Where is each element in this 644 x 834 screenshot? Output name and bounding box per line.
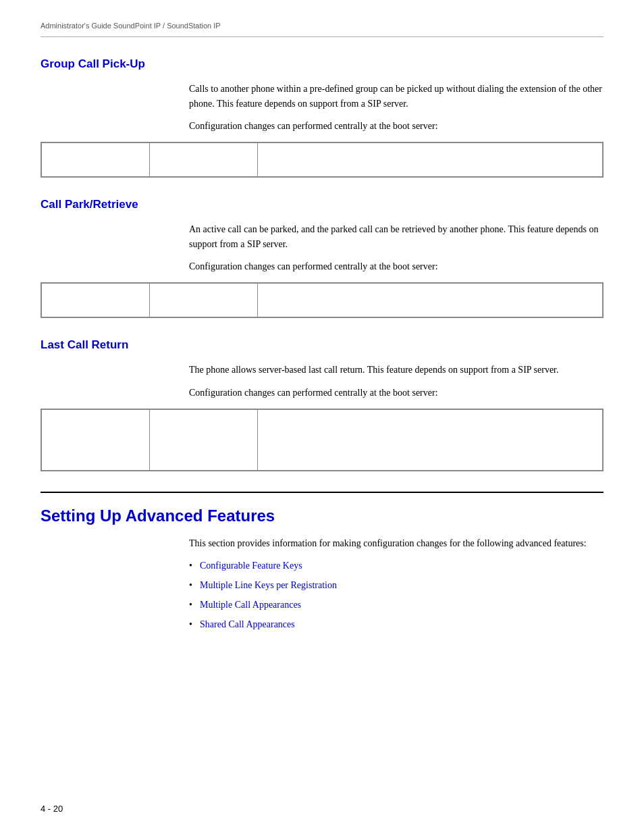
last-call-return-section: Last Call Return The phone allows server… xyxy=(41,338,603,471)
table-cell xyxy=(150,409,258,470)
advanced-features-desc: This section provides information for ma… xyxy=(189,536,603,551)
list-item: Multiple Call Appearances xyxy=(189,598,603,612)
list-item: Configurable Feature Keys xyxy=(189,558,603,573)
group-call-pickup-section: Group Call Pick-Up Calls to another phon… xyxy=(41,57,603,178)
list-item: Shared Call Appearances xyxy=(189,617,603,631)
last-call-return-desc1: The phone allows server-based last call … xyxy=(189,363,603,377)
shared-call-appearances-link[interactable]: Shared Call Appearances xyxy=(200,619,295,629)
call-park-retrieve-heading: Call Park/Retrieve xyxy=(41,198,603,211)
list-item: Multiple Line Keys per Registration xyxy=(189,578,603,592)
call-park-retrieve-desc1: An active call can be parked, and the pa… xyxy=(189,222,603,251)
advanced-features-list: Configurable Feature Keys Multiple Line … xyxy=(189,558,603,631)
advanced-features-section: Setting Up Advanced Features This sectio… xyxy=(41,492,603,632)
table-cell xyxy=(258,143,603,177)
last-call-return-heading: Last Call Return xyxy=(41,338,603,352)
table-cell xyxy=(258,409,603,470)
header-text: Administrator's Guide SoundPoint IP / So… xyxy=(41,22,221,30)
call-park-retrieve-desc2: Configuration changes can performed cent… xyxy=(189,259,603,274)
table-cell xyxy=(258,284,603,317)
table-cell xyxy=(150,284,258,317)
group-call-pickup-desc2: Configuration changes can performed cent… xyxy=(189,119,603,134)
table-row xyxy=(42,409,603,470)
call-park-retrieve-table xyxy=(41,282,603,318)
last-call-return-table xyxy=(41,409,603,471)
table-cell xyxy=(150,143,258,177)
group-call-pickup-table xyxy=(41,142,603,178)
table-cell xyxy=(42,409,150,470)
table-row xyxy=(42,143,603,177)
group-call-pickup-desc1: Calls to another phone within a pre-defi… xyxy=(189,82,603,111)
last-call-return-desc2: Configuration changes can performed cent… xyxy=(189,386,603,400)
header-bar: Administrator's Guide SoundPoint IP / So… xyxy=(41,20,603,37)
table-cell xyxy=(42,284,150,317)
page-container: Administrator's Guide SoundPoint IP / So… xyxy=(0,0,644,834)
group-call-pickup-heading: Group Call Pick-Up xyxy=(41,57,603,71)
table-row xyxy=(42,284,603,317)
call-park-retrieve-section: Call Park/Retrieve An active call can be… xyxy=(41,198,603,318)
multiple-call-appearances-link[interactable]: Multiple Call Appearances xyxy=(200,600,301,610)
page-number: 4 - 20 xyxy=(41,804,63,814)
advanced-features-heading: Setting Up Advanced Features xyxy=(41,506,603,525)
configurable-feature-keys-link[interactable]: Configurable Feature Keys xyxy=(200,561,302,571)
table-cell xyxy=(42,143,150,177)
multiple-line-keys-link[interactable]: Multiple Line Keys per Registration xyxy=(200,580,337,590)
